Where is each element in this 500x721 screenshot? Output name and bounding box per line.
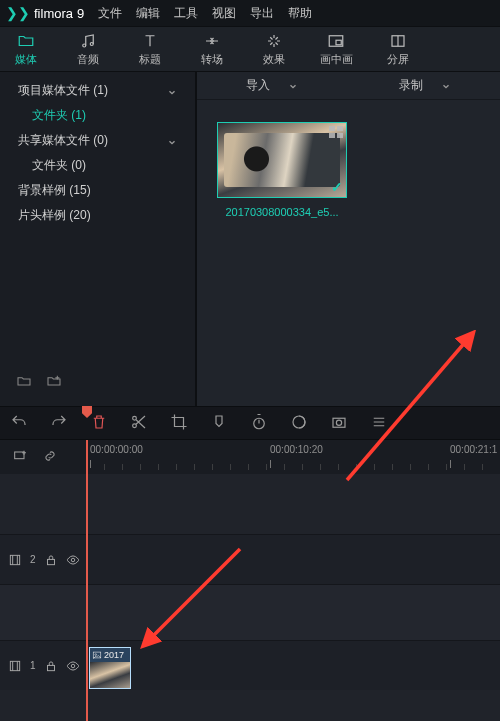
tab-media-label: 媒体 [15,52,37,67]
svg-point-1 [90,42,93,45]
tab-media[interactable]: 媒体 [4,32,48,67]
lock-icon[interactable] [44,659,58,673]
svg-point-18 [71,664,75,668]
tab-audio[interactable]: 音频 [66,32,110,67]
track-1-label: 1 [30,660,36,671]
crop-icon[interactable] [170,413,188,434]
tab-transition-label: 转场 [201,52,223,67]
track-1-head: 1 [0,659,86,673]
tab-split[interactable]: 分屏 [376,32,420,67]
logo-mark-icon: ❯❯ [6,5,30,21]
svg-point-11 [336,420,341,425]
delete-icon[interactable] [90,413,108,434]
list-icon[interactable] [370,413,388,434]
folder-icon [17,32,35,50]
media-sidebar: 项目媒体文件 (1) 文件夹 (1) 共享媒体文件 (0) 文件夹 (0) 背景… [0,72,195,406]
image-icon [92,650,102,660]
new-folder-plus-icon[interactable] [46,373,62,392]
redo-icon[interactable] [50,413,68,434]
chevron-down-icon [167,86,177,96]
tab-effects-label: 效果 [263,52,285,67]
tab-audio-label: 音频 [77,52,99,67]
split-icon [389,32,407,50]
side-label: 文件夹 (0) [32,157,86,174]
sidebar-folder-0[interactable]: 文件夹 (0) [0,153,195,178]
svg-point-15 [71,558,75,562]
menu-tools[interactable]: 工具 [174,5,198,22]
timeline-header: 00:00:00:00 00:00:10:20 00:00:21:1 [0,440,500,474]
tab-title-label: 标题 [139,52,161,67]
menu-edit[interactable]: 编辑 [136,5,160,22]
timeline-ruler[interactable]: 00:00:00:00 00:00:10:20 00:00:21:1 [86,440,500,474]
svg-rect-13 [10,555,19,564]
app-version: 9 [77,6,84,21]
svg-point-20 [95,654,97,656]
timeline-header-left [0,448,86,467]
track-2-label: 2 [30,554,36,565]
text-icon [141,32,159,50]
undo-icon[interactable] [10,413,28,434]
timeline-tracks[interactable]: 2 1 2017 [0,474,500,721]
ruler-time-2: 00:00:21:1 [450,444,497,468]
stopwatch-icon[interactable] [250,413,268,434]
app-logo: ❯❯ filmora9 [6,5,84,21]
menu-export[interactable]: 导出 [250,5,274,22]
track-2-head: 2 [0,553,86,567]
marker-down-icon[interactable] [210,413,228,434]
menu-help[interactable]: 帮助 [288,5,312,22]
track-gap [0,584,500,640]
media-panel: 导入 录制 ✓ 20170308000334_e5... [197,72,500,406]
scissors-icon[interactable] [130,413,148,434]
menu-file[interactable]: 文件 [98,5,122,22]
sidebar-folder-1[interactable]: 文件夹 (1) [0,103,195,128]
pip-icon [327,32,345,50]
tab-pip-label: 画中画 [320,52,353,67]
menu-view[interactable]: 视图 [212,5,236,22]
eye-icon[interactable] [66,659,80,673]
sparkle-icon [265,32,283,50]
sidebar-shared-media[interactable]: 共享媒体文件 (0) [0,128,195,153]
sidebar-bg-samples[interactable]: 背景样例 (15) [0,178,195,203]
svg-rect-17 [47,665,54,670]
sidebar-bottom-icons [0,365,195,400]
tab-transition[interactable]: 转场 [190,32,234,67]
side-label: 文件夹 (1) [32,107,86,124]
eye-icon[interactable] [66,553,80,567]
tab-title[interactable]: 标题 [128,32,172,67]
side-label: 片头样例 (20) [18,207,91,224]
tab-pip[interactable]: 画中画 [314,32,358,67]
tab-effects[interactable]: 效果 [252,32,296,67]
track-2[interactable]: 2 [0,534,500,584]
tab-split-label: 分屏 [387,52,409,67]
media-item[interactable]: ✓ 20170308000334_e5... [217,122,347,218]
chevron-down-icon [441,81,451,91]
media-thumbnail[interactable]: ✓ [217,122,347,198]
clip-badge-icon [329,126,343,138]
color-icon[interactable] [290,413,308,434]
timeline-clip[interactable]: 2017 [89,647,131,689]
title-bar: ❯❯ filmora9 文件 编辑 工具 视图 导出 帮助 [0,0,500,26]
camera-icon[interactable] [330,413,348,434]
playhead[interactable] [86,440,88,721]
film-icon [8,659,22,673]
transition-icon [203,32,221,50]
sidebar-project-media[interactable]: 项目媒体文件 (1) [0,78,195,103]
clip-strip: 2017 [90,648,130,662]
side-label: 项目媒体文件 (1) [18,82,108,99]
check-icon: ✓ [331,179,343,195]
record-dropdown[interactable]: 录制 [399,77,451,94]
chevron-down-icon [167,136,177,146]
media-grid[interactable]: ✓ 20170308000334_e5... [197,100,500,406]
lock-icon[interactable] [44,553,58,567]
track-1[interactable]: 1 [0,640,500,690]
add-track-icon[interactable] [12,448,28,467]
music-icon [79,32,97,50]
import-dropdown[interactable]: 导入 [246,77,298,94]
clip-label: 2017 [104,650,124,660]
sidebar-intro-samples[interactable]: 片头样例 (20) [0,203,195,228]
svg-rect-16 [10,661,19,670]
media-item-name: 20170308000334_e5... [217,206,347,218]
link-icon[interactable] [42,448,58,467]
side-label: 共享媒体文件 (0) [18,132,108,149]
new-folder-icon[interactable] [16,373,32,392]
